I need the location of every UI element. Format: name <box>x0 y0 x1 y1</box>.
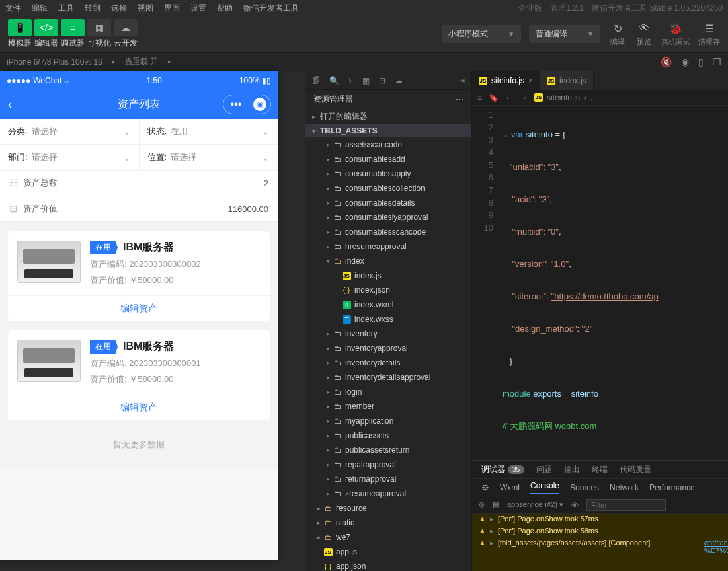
list-icon[interactable]: ≡ <box>477 93 482 102</box>
mute-icon[interactable]: 🔇 <box>661 57 672 67</box>
capsule[interactable]: ••• ◉ <box>223 95 271 114</box>
menu-item[interactable]: 微信开发者工具 <box>243 3 299 14</box>
more-icon[interactable]: ⋯ <box>456 95 464 104</box>
folder-item[interactable]: ▸🗀assetsscancode <box>305 137 471 152</box>
mode-dropdown[interactable]: 小程序模式 ▼ <box>442 25 521 43</box>
bookmark-icon[interactable]: 🔖 <box>489 93 499 102</box>
breadcrumb-more[interactable]: ... <box>590 93 597 102</box>
code-editor[interactable]: 12345678910 ⌄var siteinfo = { "uniacid":… <box>472 106 728 460</box>
folder-item[interactable]: ▸🗀zresumeapproval <box>305 486 471 501</box>
folder-item[interactable]: ▾🗀index <box>305 254 471 268</box>
file-item[interactable]: { }app.json <box>305 559 471 571</box>
asset-card[interactable]: 在用 IBM服务器 资产编码: 202303300300002 资产价值: ￥5… <box>8 231 270 321</box>
simulator-toggle[interactable]: 📱 <box>8 19 32 36</box>
nav-fwd-icon[interactable]: → <box>520 93 528 102</box>
cloud-toggle[interactable]: ☁ <box>114 19 138 36</box>
devtab-network[interactable]: Network <box>610 483 639 492</box>
capsule-close-icon[interactable]: ◉ <box>253 98 266 111</box>
capsule-menu-icon[interactable]: ••• <box>223 98 249 110</box>
folder-item[interactable]: ▸🗀consumablesscancode <box>305 225 471 239</box>
folder-item[interactable]: ▸🗀consumablesadd <box>305 152 471 167</box>
menu-item[interactable]: 视图 <box>138 3 153 14</box>
search-icon[interactable]: 🔍 <box>329 76 339 85</box>
folder-item[interactable]: ▸🗀publicassets <box>305 428 471 443</box>
compile-button[interactable]: ↻ <box>608 21 627 36</box>
tab-quality[interactable]: 代码质量 <box>620 464 651 475</box>
close-icon[interactable]: × <box>528 76 533 85</box>
file-item[interactable]: JSapp.js <box>305 545 471 559</box>
menu-item[interactable]: 编辑 <box>32 3 48 14</box>
folder-item[interactable]: ▸🗀inventoryapproval <box>305 341 471 356</box>
preview-button[interactable]: 👁 <box>635 21 653 36</box>
menu-item[interactable]: 文件 <box>5 3 21 14</box>
menu-item[interactable]: 帮助 <box>217 3 233 14</box>
folder-item[interactable]: ▸🗀inventory <box>305 326 471 341</box>
tab-output[interactable]: 输出 <box>564 464 580 475</box>
devtab-console[interactable]: Console <box>530 481 559 494</box>
menu-item[interactable]: 转到 <box>85 3 101 14</box>
file-item[interactable]: JSindex.js <box>305 268 471 283</box>
file-item[interactable]: ☰index.wxss <box>305 312 471 326</box>
devtab-sources[interactable]: Sources <box>570 483 599 492</box>
tab-debugger[interactable]: 调试器35 <box>481 464 524 475</box>
visual-toggle[interactable]: ▦ <box>87 19 111 36</box>
folder-item[interactable]: ▸🗀inventorydetails <box>305 356 471 370</box>
remote-debug-button[interactable]: 🐞 <box>667 21 685 36</box>
project-root[interactable]: ▾TBLD_ASSETS <box>305 124 471 137</box>
folder-item[interactable]: ▸🗀consumableslyapproval <box>305 210 471 225</box>
filter-input[interactable] <box>586 499 666 511</box>
menu-item[interactable]: 设置 <box>190 3 206 14</box>
open-editors-section[interactable]: ▸打开的编辑器 <box>305 109 471 124</box>
record-icon[interactable]: ◉ <box>681 57 689 67</box>
tab-index[interactable]: JS index.js <box>540 71 594 90</box>
nav-back-icon[interactable]: ← <box>505 93 513 102</box>
clear-cache-button[interactable]: ☰ <box>700 21 719 36</box>
inspect-icon[interactable]: ⯐ <box>481 483 489 492</box>
collapse-icon[interactable]: ⇥ <box>458 76 465 85</box>
filter-location[interactable]: 位置: 请选择 ⌄ <box>140 145 278 170</box>
tab-problems[interactable]: 问题 <box>536 464 552 475</box>
files-icon[interactable]: 🗐 <box>312 76 320 85</box>
branch-icon[interactable]: ⑂ <box>348 76 353 85</box>
folder-item[interactable]: ▸🗀resource <box>305 501 471 515</box>
phone-icon[interactable]: ▯ <box>698 57 704 67</box>
console-link[interactable]: ent/canvas.html#Canvas-2D-%E7%9A%84%BA%E… <box>704 539 728 554</box>
folder-item[interactable]: ▸🗀consumablescollection <box>305 181 471 196</box>
folder-item[interactable]: ▸🗀myapplication <box>305 414 471 428</box>
sidebar-icon[interactable]: ▤ <box>493 500 499 509</box>
devtab-wxml[interactable]: Wxml <box>500 483 520 492</box>
folder-item[interactable]: ▸🗀repairapproval <box>305 457 471 472</box>
menu-item[interactable]: 工具 <box>58 3 74 14</box>
tab-terminal[interactable]: 终端 <box>592 464 608 475</box>
folder-item[interactable]: ▸🗀login <box>305 385 471 399</box>
edit-asset-link[interactable]: 编辑资产 <box>120 402 157 412</box>
hot-reload-toggle[interactable]: 热重载 开 <box>124 56 158 67</box>
folder-item[interactable]: ▸🗀inventorydetailsapproval <box>305 370 471 385</box>
multi-window-icon[interactable]: ❐ <box>713 57 721 67</box>
compile-dropdown[interactable]: 普通编译 ▼ <box>529 25 600 43</box>
extensions-icon[interactable]: ▦ <box>362 76 370 85</box>
clear-console-icon[interactable]: ⊘ <box>479 500 485 509</box>
file-item[interactable]: { }index.json <box>305 283 471 297</box>
folder-item[interactable]: ▸🗀consumablesapply <box>305 167 471 181</box>
filter-status[interactable]: 状态: 在用 ⌄ <box>140 119 278 144</box>
folder-item[interactable]: ▸🗀consumablesdetails <box>305 196 471 210</box>
folder-item[interactable]: ▸🗀publicassetsreturn <box>305 443 471 457</box>
devtab-performance[interactable]: Performance <box>649 483 695 492</box>
edit-asset-link[interactable]: 编辑资产 <box>120 303 157 313</box>
back-button[interactable]: ‹ <box>8 98 12 112</box>
breadcrumb-file[interactable]: siteinfo.js <box>547 93 580 102</box>
file-item[interactable]: ▯index.wxml <box>305 297 471 312</box>
asset-card[interactable]: 在用 IBM服务器 资产编码: 202303300300001 资产价值: ￥5… <box>8 330 270 420</box>
editor-toggle[interactable]: </> <box>34 19 58 36</box>
folder-item[interactable]: ▸🗀member <box>305 399 471 414</box>
tab-siteinfo[interactable]: JS siteinfo.js × <box>472 71 540 90</box>
debugger-toggle[interactable]: ≡ <box>61 19 85 36</box>
menu-item[interactable]: 界面 <box>164 3 180 14</box>
cloud-icon[interactable]: ☁ <box>395 76 403 85</box>
folder-item[interactable]: ▸🗀returnapproval <box>305 472 471 486</box>
device-selector[interactable]: iPhone 6/7/8 Plus 100% 16 <box>7 57 102 67</box>
context-dropdown[interactable]: appservice (#2) ▾ <box>507 500 563 509</box>
db-icon[interactable]: ⊟ <box>379 76 385 85</box>
folder-item[interactable]: ▸🗀hresumeapproval <box>305 239 471 254</box>
